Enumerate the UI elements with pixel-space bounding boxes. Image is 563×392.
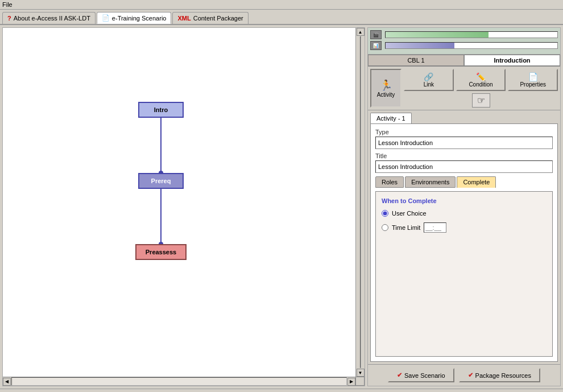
complete-panel: When to Complete User Choice Time Limit [375, 191, 553, 357]
tab-content[interactable]: XML Content Packager [172, 12, 248, 24]
save-scenario-button[interactable]: ✔ Save Scenario [388, 368, 454, 382]
activity-tool-label: Activity [377, 92, 395, 98]
user-choice-radio[interactable] [382, 210, 388, 217]
tab-about[interactable]: ? About e-Access II ASK-LDT [2, 12, 96, 24]
scroll-left-btn[interactable]: ◀ [3, 378, 11, 386]
bottom-buttons: ✔ Save Scenario ✔ Package Resources [368, 364, 560, 386]
time-limit-input[interactable] [424, 222, 446, 233]
cursor-row: ☞ [404, 93, 558, 108]
etraining-tab-label: e-Training Scenario [112, 15, 167, 22]
condition-tool-label: Condition [469, 81, 492, 88]
content-tab-label: Content Packager [193, 15, 243, 22]
activity-content: Type Lesson Introduction Title Roles Env… [370, 123, 558, 362]
activity-tool-btn[interactable]: 🏃 Activity [370, 69, 401, 108]
time-limit-row: Time Limit [382, 222, 547, 233]
title-field-group: Title [375, 152, 553, 173]
activity-detail-area: Activity - 1 Type Lesson Introduction Ti… [368, 110, 560, 364]
toolbar-area: 🎬 📊 [368, 28, 560, 55]
about-tab-icon: ? [7, 15, 11, 22]
save-scenario-label: Save Scenario [404, 372, 445, 379]
diagram-scroll-area[interactable]: Intro Prereq Preassess [3, 28, 355, 377]
activity-tool-icon: 🏃 [380, 79, 392, 92]
package-resources-label: Package Resources [475, 372, 531, 379]
properties-tool-icon: 📄 [528, 72, 538, 81]
condition-tool-icon: ✏️ [476, 72, 486, 81]
type-select[interactable]: Lesson Introduction [375, 137, 553, 149]
about-tab-label: About e-Access II ASK-LDT [14, 15, 90, 22]
right-tool-group: 🔗 Link ✏️ Condition 📄 Properties ☞ [404, 69, 558, 108]
type-label: Type [375, 129, 553, 135]
time-limit-label: Time Limit [392, 224, 420, 231]
scroll-corner [355, 377, 365, 386]
tab-bar: ? About e-Access II ASK-LDT 📄 e-Training… [0, 10, 563, 25]
main-area: Intro Prereq Preassess ▲ ▼ ◀ ▶ [0, 25, 563, 389]
node-intro-label: Intro [154, 106, 168, 113]
right-panel: 🎬 📊 CBL 1 Introduction 🏃 Activity [367, 27, 561, 386]
hscroll-track[interactable] [11, 377, 347, 386]
node-preassess[interactable]: Preassess [135, 244, 187, 260]
cbl-tab-bar: CBL 1 Introduction [368, 55, 560, 67]
tool-button-row: 🏃 Activity 🔗 Link ✏️ Condition 📄 Proper [368, 67, 560, 110]
cursor-tool-btn[interactable]: ☞ [472, 93, 490, 108]
type-select-row: Lesson Introduction [375, 137, 553, 149]
vscroll-track[interactable] [360, 36, 361, 368]
vertical-scrollbar[interactable]: ▲ ▼ [355, 28, 365, 377]
sub-tab-environments[interactable]: Environments [405, 176, 456, 188]
title-label: Title [375, 152, 553, 159]
progress-bar-1 [385, 31, 558, 38]
type-field-group: Type Lesson Introduction [375, 129, 553, 149]
progress-row-1: 🎬 [370, 30, 558, 39]
top-btn-row: 🔗 Link ✏️ Condition 📄 Properties [404, 69, 558, 91]
package-check-icon: ✔ [468, 372, 473, 379]
tab-etraining[interactable]: 📄 e-Training Scenario [97, 12, 172, 24]
progress-fill-1 [386, 32, 489, 38]
activity-tab-bar: Activity - 1 [368, 110, 560, 123]
link-tool-label: Link [424, 81, 434, 88]
progress-icon-1: 🎬 [370, 30, 382, 39]
progress-icon-2: 📊 [370, 41, 382, 50]
title-input[interactable] [375, 160, 553, 173]
node-preassess-label: Preassess [146, 249, 176, 255]
diagram-connectors [3, 28, 344, 369]
horizontal-scrollbar[interactable]: ◀ ▶ [3, 377, 355, 386]
scroll-up-btn[interactable]: ▲ [357, 28, 365, 36]
status-bar [0, 389, 563, 392]
menu-bar: File [0, 0, 563, 10]
link-tool-icon: 🔗 [424, 72, 433, 81]
time-limit-radio[interactable] [382, 224, 388, 231]
sub-tab-roles[interactable]: Roles [375, 176, 404, 188]
progress-bar-2 [385, 42, 558, 49]
progress-row-2: 📊 [370, 41, 558, 50]
content-tab-icon: XML [177, 15, 191, 22]
condition-tool-btn[interactable]: ✏️ Condition [456, 69, 506, 91]
user-choice-label: User Choice [392, 210, 427, 217]
sub-tab-complete[interactable]: Complete [457, 176, 496, 188]
properties-tool-btn[interactable]: 📄 Properties [508, 69, 558, 91]
file-menu[interactable]: File [2, 1, 13, 8]
activity-tab-1[interactable]: Activity - 1 [370, 113, 412, 123]
properties-tool-label: Properties [520, 81, 546, 88]
node-intro[interactable]: Intro [138, 102, 184, 118]
diagram-canvas: Intro Prereq Preassess [3, 28, 344, 369]
scroll-down-btn[interactable]: ▼ [357, 369, 365, 377]
user-choice-row: User Choice [382, 210, 547, 217]
node-prereq-label: Prereq [151, 178, 171, 184]
save-check-icon: ✔ [397, 372, 402, 379]
diagram-panel: Intro Prereq Preassess ▲ ▼ ◀ ▶ [2, 27, 365, 386]
cbl-tab-intro[interactable]: Introduction [464, 55, 560, 66]
package-resources-button[interactable]: ✔ Package Resources [459, 368, 540, 382]
progress-fill-2 [386, 43, 454, 48]
etraining-tab-icon: 📄 [102, 14, 110, 22]
scroll-right-btn[interactable]: ▶ [347, 378, 355, 386]
cbl-tab-cbl1[interactable]: CBL 1 [368, 55, 464, 66]
sub-tab-bar: Roles Environments Complete [375, 176, 553, 188]
when-complete-label: When to Complete [382, 197, 547, 204]
link-tool-btn[interactable]: 🔗 Link [404, 69, 454, 91]
node-prereq[interactable]: Prereq [138, 173, 184, 189]
